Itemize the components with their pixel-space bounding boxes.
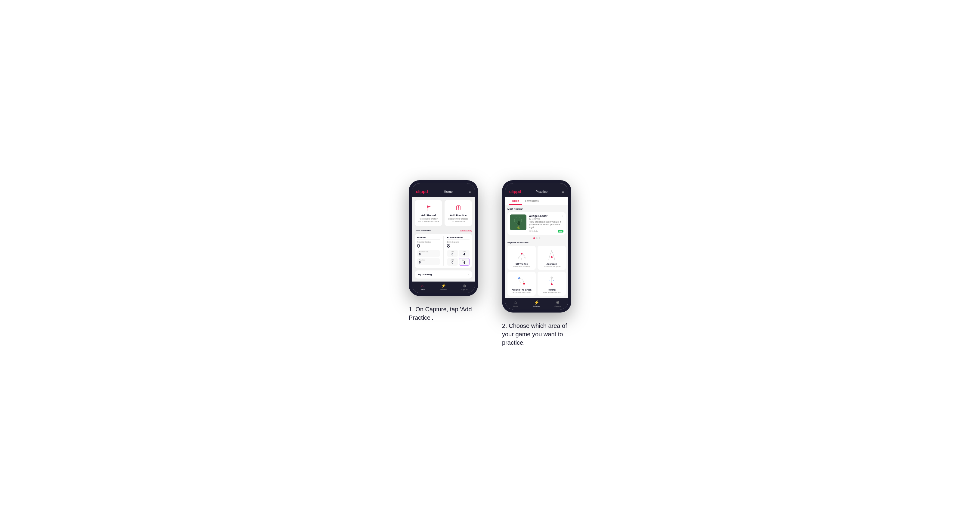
nav-activities[interactable]: ⚡ Activities bbox=[433, 283, 454, 290]
flag-icon bbox=[424, 203, 433, 213]
svg-point-11 bbox=[521, 259, 522, 260]
drills-capture-label: Drills Capture bbox=[447, 241, 470, 243]
stats-grid: Rounds Rounds Capture 0 Tournament 0 bbox=[415, 234, 472, 268]
activities-icon-2: ⚡ bbox=[534, 300, 539, 305]
arg-box: ARG 0 bbox=[447, 258, 458, 266]
nav-activities-label-2: Activities bbox=[533, 305, 540, 307]
featured-desc: Play 1 shot at each target yardage. If y… bbox=[529, 221, 563, 229]
featured-card[interactable]: Wedge Ladder 50–100 yds Play 1 shot at e… bbox=[508, 212, 566, 235]
putt-icon bbox=[545, 274, 558, 287]
approach-icon bbox=[545, 248, 558, 261]
home-content: Add Round Record your shots in fast or e… bbox=[412, 197, 475, 281]
arg-value: 0 bbox=[449, 261, 457, 264]
featured-footer: ⏱ 9 shots APP bbox=[529, 230, 563, 233]
add-practice-title: Add Practice bbox=[450, 214, 466, 217]
dot-2 bbox=[536, 237, 538, 239]
practice-inner: Most Popular bbox=[505, 205, 568, 298]
practice-content: Drills Favourites Most Popular bbox=[505, 197, 568, 298]
featured-range: 50–100 yds bbox=[529, 218, 563, 220]
header-title-2: Practice bbox=[535, 190, 547, 194]
featured-title: Wedge Ladder bbox=[529, 214, 563, 217]
capture-icon: ⊕ bbox=[463, 283, 466, 288]
nav-activities-label: Activities bbox=[440, 289, 447, 290]
header-title: Home bbox=[444, 190, 453, 194]
period-label: Last 3 Months bbox=[415, 229, 431, 232]
skill-grid: Off The Tee Power and accuracy bbox=[508, 246, 566, 296]
nav-capture-2[interactable]: ⊕ Capture bbox=[547, 300, 568, 307]
skill-card-putting[interactable]: Putting Make and lag practice bbox=[538, 271, 566, 296]
golf-bag-label: My Golf Bag bbox=[418, 273, 432, 276]
capture-icon-2: ⊕ bbox=[556, 300, 560, 305]
card-dots bbox=[508, 237, 566, 239]
skill-card-approach[interactable]: Approach Dial-in to hit the green bbox=[538, 246, 566, 270]
app-header-2: clippd Practice ≡ bbox=[505, 187, 568, 197]
status-bar bbox=[412, 183, 475, 187]
app-logo-2: clippd bbox=[509, 189, 521, 194]
app-value: 4 bbox=[460, 253, 468, 256]
rounds-mini-stats: Tournament 0 Practice 0 bbox=[417, 250, 440, 265]
skill-card-atg[interactable]: Around The Green Hone your short game bbox=[508, 271, 536, 296]
nav-capture-label-2: Capture bbox=[554, 305, 561, 307]
drills-capture-value: 8 bbox=[447, 243, 470, 249]
app-box: APP 4 bbox=[459, 250, 469, 257]
status-bar-2 bbox=[505, 183, 568, 187]
add-round-card[interactable]: Add Round Record your shots in fast or e… bbox=[415, 200, 442, 226]
nav-capture-label: Capture bbox=[461, 289, 468, 290]
view-activity-link[interactable]: View Activity bbox=[460, 230, 472, 232]
home-icon: ⌂ bbox=[421, 283, 423, 288]
star-icon[interactable]: ☆ bbox=[561, 214, 563, 217]
target-icon bbox=[453, 203, 463, 213]
svg-point-7 bbox=[518, 222, 520, 225]
tab-favourites[interactable]: Favourites bbox=[522, 197, 542, 205]
app-logo: clippd bbox=[416, 189, 428, 194]
nav-home-2[interactable]: ⌂ Home bbox=[505, 300, 526, 307]
menu-icon-2[interactable]: ≡ bbox=[562, 189, 564, 194]
drills-col: Practice Drills Drills Capture 8 OTT 0 bbox=[447, 236, 470, 266]
svg-point-13 bbox=[551, 250, 552, 251]
nav-activities-2[interactable]: ⚡ Activities bbox=[526, 300, 547, 307]
svg-point-10 bbox=[521, 253, 522, 254]
atg-skill-desc: Hone your short game bbox=[512, 292, 530, 293]
phone2: clippd Practice ≡ Drills Favourites Most… bbox=[502, 180, 571, 312]
ott-skill-title: Off The Tee bbox=[515, 263, 528, 265]
shots-label: 9 shots bbox=[531, 230, 538, 232]
phone1: clippd Home ≡ bbox=[409, 180, 478, 296]
stats-divider bbox=[443, 236, 444, 266]
putting-skill-desc: Make and lag practice bbox=[543, 292, 561, 293]
nav-home[interactable]: ⌂ Home bbox=[412, 283, 433, 290]
add-practice-card[interactable]: Add Practice Capture your practice off-t… bbox=[445, 200, 472, 226]
rounds-capture-value: 0 bbox=[417, 243, 440, 249]
nav-capture[interactable]: ⊕ Capture bbox=[454, 283, 475, 290]
phone1-section: clippd Home ≡ bbox=[409, 180, 478, 322]
most-popular-label: Most Popular bbox=[508, 208, 566, 210]
ott-value: 0 bbox=[449, 253, 457, 256]
tournament-value: 0 bbox=[419, 253, 438, 256]
bottom-nav: ⌂ Home ⚡ Activities ⊕ Capture bbox=[412, 281, 475, 293]
add-practice-desc: Capture your practice off-the-course bbox=[447, 217, 469, 223]
phone2-screen: clippd Practice ≡ Drills Favourites Most… bbox=[505, 183, 568, 309]
atg-skill-title: Around The Green bbox=[512, 289, 531, 291]
rounds-capture-label: Rounds Capture bbox=[417, 241, 440, 243]
add-round-title: Add Round bbox=[421, 214, 436, 217]
practice-box: Practice 0 bbox=[417, 258, 440, 265]
stats-row: Rounds Rounds Capture 0 Tournament 0 bbox=[417, 236, 469, 266]
rounds-title: Rounds bbox=[417, 236, 440, 240]
approach-skill-desc: Dial-in to hit the green bbox=[543, 266, 561, 267]
phone1-screen: clippd Home ≡ bbox=[412, 183, 475, 293]
ott-skill-desc: Power and accuracy bbox=[514, 266, 530, 267]
golf-bag-row[interactable]: My Golf Bag › bbox=[415, 270, 472, 279]
svg-point-17 bbox=[551, 283, 553, 285]
svg-point-8 bbox=[518, 221, 520, 222]
shots-count: ⏱ 9 shots bbox=[529, 230, 538, 232]
menu-icon[interactable]: ≡ bbox=[469, 189, 471, 194]
dot-3 bbox=[539, 237, 540, 239]
rounds-col: Rounds Rounds Capture 0 Tournament 0 bbox=[417, 236, 440, 266]
putt-value: 4 bbox=[460, 261, 468, 264]
drills-mini-grid: OTT 0 APP 4 ARG 0 bbox=[447, 250, 470, 266]
putt-box: PUTT 4 bbox=[459, 258, 469, 266]
skill-card-ott[interactable]: Off The Tee Power and accuracy bbox=[508, 246, 536, 270]
skill-areas-label: Explore skill areas bbox=[508, 241, 566, 244]
tee-icon bbox=[515, 248, 528, 261]
tab-drills[interactable]: Drills bbox=[509, 197, 522, 205]
app-header: clippd Home ≡ bbox=[412, 187, 475, 197]
